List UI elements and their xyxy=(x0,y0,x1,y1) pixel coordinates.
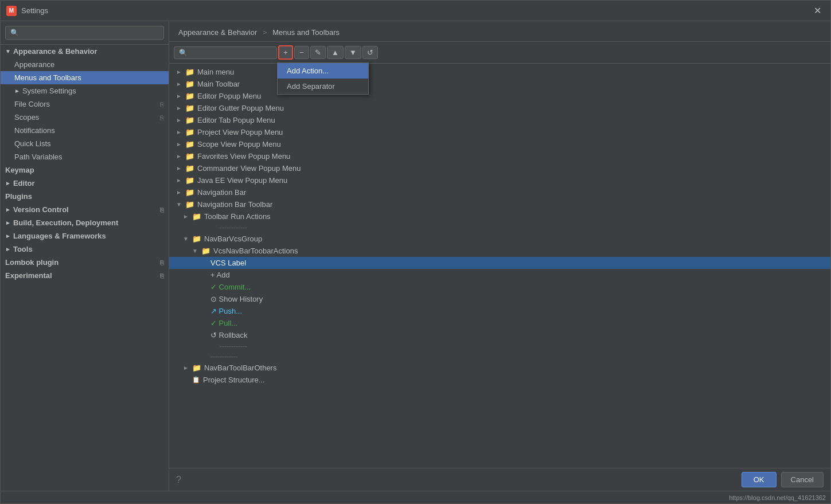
arrow-icon: ► xyxy=(5,180,11,186)
sidebar-item-lombok[interactable]: Lombok plugin ⎘ xyxy=(1,256,169,269)
sidebar-label: File Colors xyxy=(14,100,50,108)
tree-label: Java EE View Popup Menu xyxy=(197,176,287,185)
sidebar-search-input[interactable] xyxy=(5,26,164,40)
sidebar-label: Lombok plugin xyxy=(5,258,58,267)
remove-button[interactable]: − xyxy=(294,46,309,59)
move-down-button[interactable]: ▼ xyxy=(345,46,361,59)
separator-label: ------------ xyxy=(220,342,247,350)
arrow-icon: ► xyxy=(176,165,183,171)
tree-item-project-structure[interactable]: 📋 Project Structure... xyxy=(169,374,830,386)
separator-label: ------------ xyxy=(210,353,238,361)
edit-button[interactable]: ✎ xyxy=(310,46,326,59)
sidebar-item-version-control[interactable]: ► Version Control ⎘ xyxy=(1,203,169,216)
folder-icon: 📁 xyxy=(185,176,194,185)
tree-item-navigation-bar[interactable]: ► 📁 Navigation Bar xyxy=(169,186,830,198)
tree-item-push[interactable]: ↗ Push... xyxy=(169,305,830,317)
arrow-icon: ▼ xyxy=(176,201,183,208)
tree-item-scope-view-popup[interactable]: ► 📁 Scope View Popup Menu xyxy=(169,138,830,150)
arrow-icon: ► xyxy=(176,141,183,147)
tree-item-vcsnavbar[interactable]: ▼ 📁 VcsNavBarToobarActions xyxy=(169,245,830,257)
sidebar-item-path-variables[interactable]: Path Variables xyxy=(1,150,169,163)
arrow-icon: ► xyxy=(5,220,11,226)
arrow-icon: ▼ xyxy=(183,236,190,242)
tree-item-commit[interactable]: ✓ Commit... xyxy=(169,281,830,293)
tree-item-pull[interactable]: ✓ Pull... xyxy=(169,317,830,329)
tree-item-java-ee-view-popup[interactable]: ► 📁 Java EE View Popup Menu xyxy=(169,174,830,186)
arrow-icon: ► xyxy=(176,189,183,196)
tree-item-editor-popup[interactable]: ► 📁 Editor Popup Menu xyxy=(169,90,830,102)
sidebar-item-appearance-behavior[interactable]: ▼ Appearance & Behavior xyxy=(1,45,169,58)
sidebar-item-file-colors[interactable]: File Colors ⎘ xyxy=(1,97,169,111)
main-content: Appearance & Behavior > Menus and Toolba… xyxy=(169,21,830,491)
tree-item-favorites-view-popup[interactable]: ► 📁 Favorites View Popup Menu xyxy=(169,150,830,162)
sidebar-label: Appearance xyxy=(14,60,54,69)
tree-item-nav-bar-toolbar[interactable]: ▼ 📁 Navigation Bar Toolbar xyxy=(169,198,830,210)
copy-icon: ⎘ xyxy=(160,259,164,266)
add-action-item[interactable]: Add Action... xyxy=(278,63,368,79)
sidebar-item-editor[interactable]: ► Editor xyxy=(1,177,169,190)
tree-item-commander-view-popup[interactable]: ► 📁 Commander View Popup Menu xyxy=(169,162,830,174)
tree-item-navbarvcsgroup[interactable]: ▼ 📁 NavBarVcsGroup xyxy=(169,233,830,245)
tree-label: ⊙ Show History xyxy=(210,295,263,303)
ok-button[interactable]: OK xyxy=(742,472,777,487)
tree-item-project-view-popup[interactable]: ► 📁 Project View Popup Menu xyxy=(169,126,830,138)
tree-label: ↗ Push... xyxy=(210,307,242,315)
tree-item-main-menu[interactable]: ► 📁 Main menu xyxy=(169,66,830,78)
tree-item-main-toolbar[interactable]: ► 📁 Main Toolbar xyxy=(169,78,830,90)
tree-item-toolbar-run-actions[interactable]: ► 📁 Toolbar Run Actions xyxy=(169,210,830,222)
tree-item-vcs-label[interactable]: VCS Label xyxy=(169,257,830,269)
sidebar-item-keymap[interactable]: Keymap xyxy=(1,163,169,177)
sidebar-item-tools[interactable]: ► Tools xyxy=(1,243,169,256)
sidebar-item-experimental[interactable]: Experimental ⎘ xyxy=(1,269,169,282)
help-button[interactable]: ? xyxy=(176,475,181,485)
folder-icon: 📁 xyxy=(192,212,201,221)
arrow-icon: ▼ xyxy=(192,248,199,254)
close-button[interactable]: ✕ xyxy=(810,4,825,17)
tree-item-navbartoolbarothers[interactable]: ► 📁 NavBarToolBarOthers xyxy=(169,362,830,374)
arrow-icon: ► xyxy=(183,365,190,371)
sidebar-label: Keymap xyxy=(5,166,34,174)
add-separator-item[interactable]: Add Separator xyxy=(278,79,368,94)
copy-icon: ⎘ xyxy=(160,114,164,121)
sidebar-item-languages-frameworks[interactable]: ► Languages & Frameworks xyxy=(1,229,169,243)
sidebar-item-appearance[interactable]: Appearance xyxy=(1,58,169,71)
folder-icon: 📋 xyxy=(192,376,200,384)
reset-button[interactable]: ↺ xyxy=(362,46,378,59)
sidebar-item-plugins[interactable]: Plugins xyxy=(1,190,169,203)
tree-item-add[interactable]: + Add xyxy=(169,269,830,281)
tree-label: NavBarToolBarOthers xyxy=(204,364,276,372)
tree-label: ↺ Rollback xyxy=(210,331,247,339)
status-bar: https://blog.csdn.net/qq_41621362 xyxy=(1,491,830,503)
tree-item-show-history[interactable]: ⊙ Show History xyxy=(169,293,830,305)
sidebar-item-quick-lists[interactable]: Quick Lists xyxy=(1,137,169,150)
sidebar-item-build-execution[interactable]: ► Build, Execution, Deployment xyxy=(1,216,169,229)
tree-label: Project Structure... xyxy=(203,376,265,384)
tree-label: Toolbar Run Actions xyxy=(204,212,271,221)
folder-icon: 📁 xyxy=(185,92,194,100)
tree-item-editor-gutter-popup[interactable]: ► 📁 Editor Gutter Popup Menu xyxy=(169,102,830,114)
folder-icon: 📁 xyxy=(185,152,194,161)
breadcrumb-separator: > xyxy=(263,28,267,37)
sidebar-item-scopes[interactable]: Scopes ⎘ xyxy=(1,111,169,124)
add-button[interactable]: + xyxy=(278,45,293,60)
window-title: Settings xyxy=(21,6,810,15)
arrow-icon: ► xyxy=(176,153,183,159)
tree-item-rollback[interactable]: ↺ Rollback xyxy=(169,329,830,341)
arrow-icon: ► xyxy=(5,233,11,239)
tree-label: ✓ Commit... xyxy=(210,283,251,291)
sidebar-item-menus-toolbars[interactable]: Menus and Toolbars xyxy=(1,71,169,84)
breadcrumb-part2: Menus and Toolbars xyxy=(272,28,340,37)
sidebar-label: Notifications xyxy=(14,126,55,135)
sidebar-item-system-settings[interactable]: ► System Settings xyxy=(1,84,169,97)
folder-icon: 📁 xyxy=(192,364,201,372)
toolbar-search-input[interactable] xyxy=(174,46,277,59)
tree-separator-1: ------------ xyxy=(169,222,830,233)
sidebar-item-notifications[interactable]: Notifications xyxy=(1,124,169,137)
cancel-button[interactable]: Cancel xyxy=(781,472,824,487)
tree-item-editor-tab-popup[interactable]: ► 📁 Editor Tab Popup Menu xyxy=(169,114,830,126)
move-up-button[interactable]: ▲ xyxy=(327,46,344,59)
tree-label: VCS Label xyxy=(210,259,246,267)
arrow-icon: ► xyxy=(176,69,183,75)
bottom-bar: ? OK Cancel xyxy=(169,468,830,491)
tree-label: Navigation Bar Toolbar xyxy=(197,200,272,209)
